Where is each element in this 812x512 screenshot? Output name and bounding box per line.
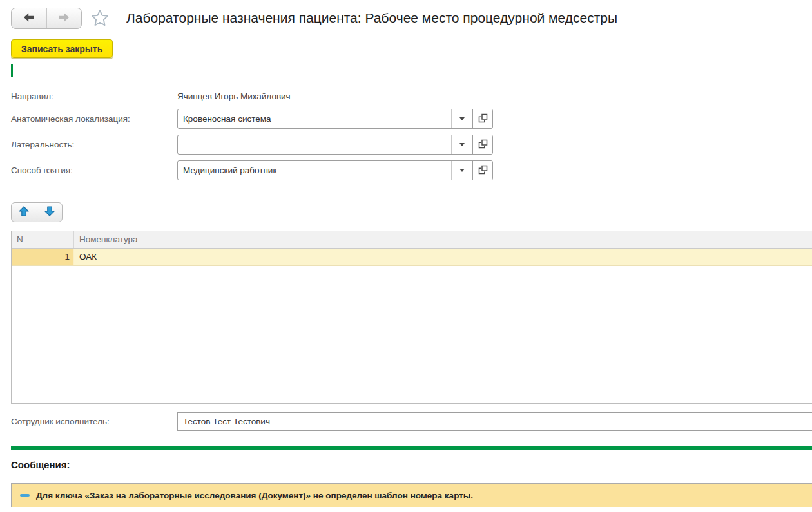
anatomic-localization-input[interactable] [178, 109, 451, 128]
save-close-button[interactable]: Записать закрыть [11, 39, 113, 58]
arrow-right-icon [57, 10, 71, 26]
collection-method-dropdown-button[interactable] [451, 161, 472, 180]
anatomic-localization-dropdown-button[interactable] [451, 109, 472, 128]
anatomic-localization-choose-button[interactable] [472, 109, 492, 128]
laterality-choose-button[interactable] [472, 135, 492, 154]
field-label-referrer: Направил: [11, 91, 53, 101]
referrer-value: Ячинцев Игорь Михайлович [177, 91, 291, 101]
chevron-down-icon [459, 143, 465, 146]
green-divider [11, 446, 812, 450]
choose-list-icon [478, 113, 488, 125]
page-title: Лабораторные назначения пациента: Рабоче… [126, 10, 617, 26]
row-number-cell[interactable]: 1 [12, 249, 74, 265]
field-label-laterality: Латеральность: [11, 140, 74, 149]
field-label-executor: Сотрудник исполнитель: [11, 417, 110, 426]
column-header-n[interactable]: N [12, 231, 74, 248]
arrow-left-icon [22, 10, 36, 26]
forward-button[interactable] [46, 8, 81, 28]
anatomic-localization-field [177, 109, 493, 129]
table-header-row: N Номенклатура [12, 231, 812, 249]
choose-list-icon [478, 165, 488, 176]
move-row-down-button[interactable] [37, 203, 62, 222]
laterality-input[interactable] [178, 135, 451, 154]
favorite-button[interactable] [88, 8, 111, 30]
table-row[interactable]: 1 ОАК [12, 249, 812, 266]
laterality-field [177, 135, 493, 155]
field-label-collection-method: Способ взятия: [11, 166, 73, 175]
choose-list-icon [478, 139, 488, 151]
collection-method-choose-button[interactable] [472, 161, 492, 180]
message-item[interactable]: Для ключа «Заказ на лабораторные исследо… [11, 483, 812, 507]
dash-icon [20, 494, 30, 497]
back-button[interactable] [12, 8, 46, 28]
collection-method-input[interactable] [178, 161, 451, 180]
star-outline-icon [90, 8, 110, 30]
arrow-down-icon [44, 205, 55, 219]
field-label-anatomic-localization: Анатомическая локализация: [11, 114, 130, 124]
green-caret-mark [11, 64, 13, 77]
arrow-up-icon [18, 205, 30, 219]
history-nav-group [11, 8, 82, 29]
chevron-down-icon [459, 117, 465, 120]
nomenclature-cell[interactable]: ОАК [74, 249, 812, 265]
row-move-group [11, 202, 63, 222]
nomenclature-table: N Номенклатура 1 ОАК [11, 231, 812, 404]
move-row-up-button[interactable] [12, 203, 37, 222]
chevron-down-icon [459, 169, 465, 172]
executor-input[interactable] [177, 412, 812, 431]
column-header-nomenclature[interactable]: Номенклатура [74, 231, 812, 248]
message-text: Для ключа «Заказ на лабораторные исследо… [36, 491, 473, 500]
collection-method-field [177, 160, 493, 180]
laterality-dropdown-button[interactable] [451, 135, 472, 154]
messages-heading: Сообщения: [11, 459, 70, 470]
